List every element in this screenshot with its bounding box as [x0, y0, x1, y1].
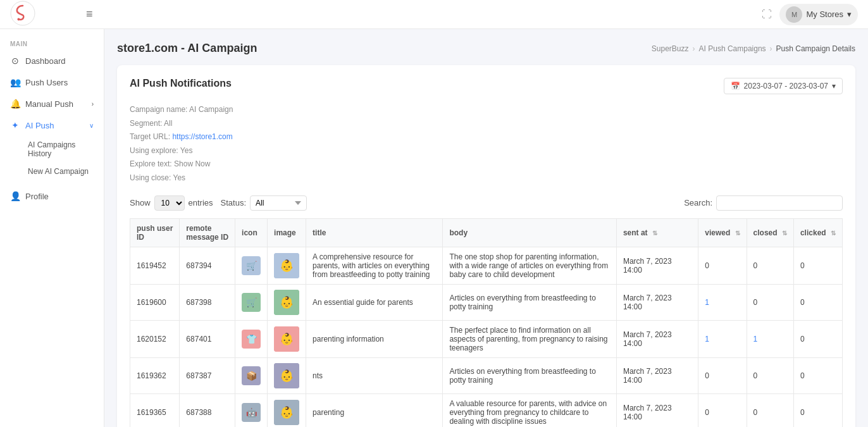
sidebar-item-label: Profile [25, 192, 49, 201]
table-wrapper: push userID remotemessage ID icon image … [130, 218, 843, 427]
sidebar-item-profile[interactable]: 👤 Profile [0, 185, 104, 207]
sidebar-item-new-ai-campaign[interactable]: New AI Campaign [23, 163, 104, 180]
cell-body: The perfect place to find information on… [443, 320, 616, 357]
th-title: title [306, 218, 443, 247]
target-url-link[interactable]: https://store1.com [172, 132, 232, 141]
calendar-icon: 📅 [731, 82, 740, 90]
breadcrumb-item-current: Push Campaign Details [776, 44, 855, 53]
svg-point-0 [11, 1, 35, 25]
segment-label: Segment: [130, 119, 162, 128]
show-label: Show [130, 198, 151, 207]
cell-push-user-id: 1619600 [130, 284, 180, 320]
breadcrumb-sep-2: › [770, 44, 772, 53]
cell-icon: 👕 [235, 320, 268, 357]
th-sent-at[interactable]: sent at ⇅ [616, 218, 698, 247]
cell-sent-at: March 7, 2023 14:00 [616, 393, 698, 427]
cell-image[interactable]: 👶 [268, 357, 306, 393]
sidebar-item-ai-push[interactable]: ✦ AI Push ∨ [0, 114, 104, 136]
cell-image[interactable]: 👶 [268, 247, 306, 284]
cell-title: parenting information [306, 320, 443, 357]
cell-push-user-id: 1620152 [130, 320, 180, 357]
date-picker-button[interactable]: 📅 2023-03-07 - 2023-03-07 ▾ [724, 78, 843, 94]
breadcrumb-item-ai-push-campaigns[interactable]: AI Push Campaigns [699, 44, 766, 53]
search-input[interactable] [716, 195, 843, 211]
cell-closed[interactable]: 1 [747, 320, 793, 357]
th-closed[interactable]: closed ⇅ [747, 218, 793, 247]
sort-icon-clicked: ⇅ [831, 230, 836, 237]
using-close-value: Yes [173, 173, 186, 182]
sidebar-section-main: MAIN [0, 35, 104, 50]
cell-remote-message-id: 687401 [180, 320, 235, 357]
sidebar-item-label: Manual Push [25, 99, 73, 109]
cell-remote-message-id: 687387 [180, 357, 235, 393]
status-filter: Status: All Sent Viewed Clicked [221, 195, 307, 211]
cell-remote-message-id: 687394 [180, 247, 235, 284]
campaign-name-label: Campaign name: [130, 105, 187, 114]
cell-remote-message-id: 687388 [180, 393, 235, 427]
table-row: 1619600 687398 🛒 👶 An essential guide fo… [130, 284, 843, 320]
expand-icon[interactable]: ⛶ [762, 9, 772, 20]
segment-value: All [164, 119, 172, 128]
entries-select[interactable]: 10 25 50 [154, 195, 185, 211]
profile-icon: 👤 [10, 191, 20, 201]
campaign-meta: Campaign name: AI Campaign Segment: All … [130, 103, 843, 185]
cell-clicked: 0 [793, 393, 842, 427]
breadcrumb: SuperBuzz › AI Push Campaigns › Push Cam… [652, 44, 855, 53]
cell-sent-at: March 7, 2023 14:00 [616, 247, 698, 284]
chevron-down-icon: ▾ [832, 82, 836, 90]
top-nav: ≡ ⛶ M My Stores ▾ [0, 0, 868, 29]
page-title: store1.com - AI Campaign [117, 42, 257, 55]
search-label: Search: [684, 198, 712, 207]
cell-image[interactable]: 👶 [268, 393, 306, 427]
my-stores-button[interactable]: M My Stores ▾ [779, 4, 858, 25]
target-url-label: Target URL: [130, 132, 170, 141]
using-explore-label: Using explore: [130, 146, 178, 155]
th-viewed[interactable]: viewed ⇅ [698, 218, 747, 247]
cell-viewed: 0 [698, 393, 747, 427]
cell-icon: 📦 [235, 357, 268, 393]
cell-clicked: 0 [793, 247, 842, 284]
breadcrumb-item-superbuzz[interactable]: SuperBuzz [652, 44, 689, 53]
cell-clicked: 0 [793, 284, 842, 320]
cell-image[interactable]: 👶 [268, 284, 306, 320]
cell-clicked: 0 [793, 357, 842, 393]
status-select[interactable]: All Sent Viewed Clicked [250, 195, 307, 211]
cell-icon: 🤖 [235, 393, 268, 427]
cell-title: nts [306, 357, 443, 393]
svg-point-1 [18, 18, 20, 21]
th-push-user-id: push userID [130, 218, 180, 247]
avatar: M [786, 6, 802, 23]
ai-campaigns-history-label: AI Campaigns History [28, 140, 99, 158]
cell-viewed[interactable]: 1 [698, 284, 747, 320]
explore-text-value: Show Now [174, 159, 210, 168]
sidebar-item-dashboard[interactable]: ⊙ Dashboard [0, 50, 104, 71]
svg-text:👶: 👶 [280, 295, 294, 309]
breadcrumb-sep-1: › [693, 44, 695, 53]
cell-body: Articles on everything from breastfeedin… [443, 357, 616, 393]
sidebar-item-label: AI Push [25, 121, 54, 130]
card-title: AI Push Notifications [130, 78, 232, 89]
cell-remote-message-id: 687398 [180, 284, 235, 320]
cell-closed: 0 [747, 393, 793, 427]
cell-image[interactable]: 👶 [268, 320, 306, 357]
th-icon: icon [235, 218, 268, 247]
cell-body: Articles on everything from breastfeedin… [443, 284, 616, 320]
controls-row: Show 10 25 50 entries Status: All Sent V… [130, 195, 843, 211]
sidebar-item-manual-push[interactable]: 🔔 Manual Push › [0, 93, 104, 114]
table-row: 1619362 687387 📦 👶 nts Articles on every… [130, 357, 843, 393]
logo [10, 1, 35, 28]
cell-clicked: 0 [793, 320, 842, 357]
cell-viewed[interactable]: 1 [698, 320, 747, 357]
hamburger-icon[interactable]: ≡ [86, 8, 93, 21]
cell-icon: 🛒 [235, 284, 268, 320]
main-content: store1.com - AI Campaign SuperBuzz › AI … [104, 29, 868, 427]
svg-text:👶: 👶 [280, 332, 294, 346]
sidebar-item-push-users[interactable]: 👥 Push Users [0, 71, 104, 93]
th-clicked[interactable]: clicked ⇅ [793, 218, 842, 247]
sidebar-item-ai-campaigns-history[interactable]: AI Campaigns History [23, 136, 104, 163]
cell-closed: 0 [747, 357, 793, 393]
cell-push-user-id: 1619362 [130, 357, 180, 393]
data-table: push userID remotemessage ID icon image … [130, 218, 843, 427]
svg-text:👶: 👶 [280, 369, 294, 383]
cell-closed: 0 [747, 247, 793, 284]
